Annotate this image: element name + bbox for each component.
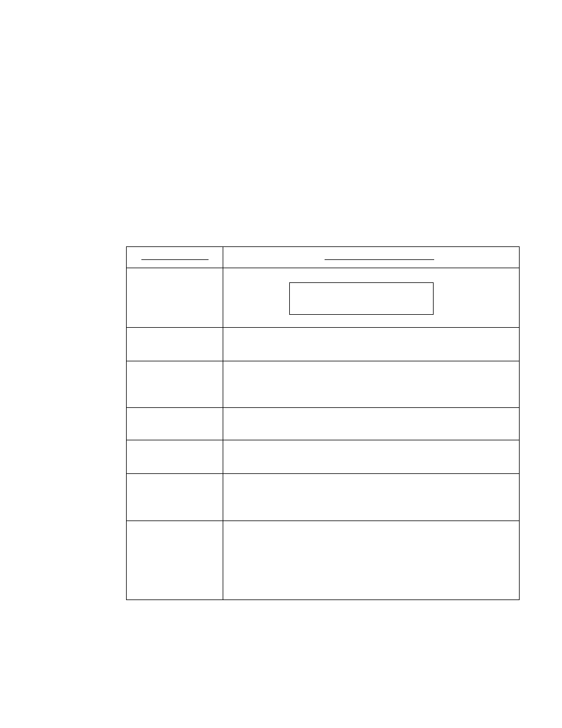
table-row-divider (126, 268, 520, 268)
header-underline-right (325, 259, 434, 260)
table-row-divider (126, 521, 520, 521)
table-row-divider (126, 473, 520, 474)
table-row-divider (126, 327, 520, 328)
table-column-divider (223, 246, 223, 600)
table-row-divider (126, 407, 520, 408)
table-row-divider (126, 361, 520, 361)
table-inner-box (289, 282, 434, 315)
table-row-divider (126, 440, 520, 440)
header-underline-left (141, 259, 209, 260)
